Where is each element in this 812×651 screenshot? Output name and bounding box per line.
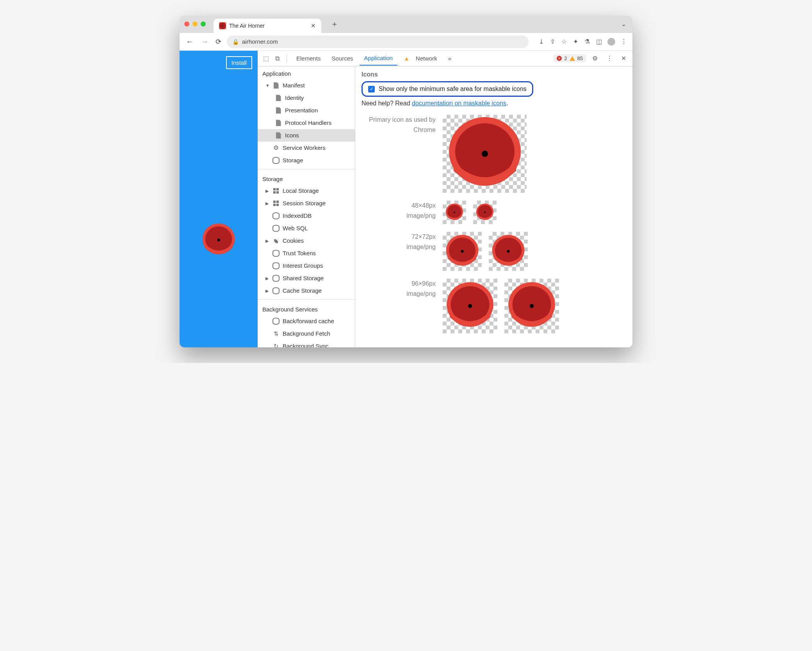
browser-window: The Air Horner ✕ ＋ ⌄ ← → ⟳ 🔒 airhorner.c… bbox=[180, 16, 632, 347]
chrome-menu-icon[interactable]: ⋮ bbox=[620, 38, 628, 45]
sidebar-item-storage[interactable]: ▶Storage bbox=[258, 154, 355, 167]
tab-network[interactable]: Network bbox=[411, 52, 442, 65]
database-icon bbox=[272, 318, 280, 325]
sidebar-item-identity[interactable]: Identity bbox=[258, 92, 355, 104]
sidebar-item-shared-storage[interactable]: ▶Shared Storage bbox=[258, 272, 355, 285]
sidebar-group-storage: Storage bbox=[258, 172, 355, 185]
checkbox-label: Show only the minimum safe area for mask… bbox=[379, 85, 527, 92]
sidebar-item-manifest[interactable]: ▼ Manifest bbox=[258, 79, 355, 92]
side-panel-icon[interactable]: ◫ bbox=[595, 38, 603, 45]
tab-sources[interactable]: Sources bbox=[327, 52, 358, 65]
error-count: 2 bbox=[564, 55, 567, 61]
storage-icon bbox=[272, 200, 280, 207]
toolbar: ← → ⟳ 🔒 airhorner.com ⤓ ⇪ ☆ ✦ ⚗ ◫ ⋮ bbox=[180, 33, 632, 51]
back-button[interactable]: ← bbox=[184, 37, 195, 46]
install-app-icon[interactable]: ⤓ bbox=[538, 38, 545, 45]
tab-title: The Air Horner bbox=[229, 23, 265, 29]
sidebar-group-background: Background Services bbox=[258, 302, 355, 315]
database-icon bbox=[272, 275, 280, 282]
icon-preview-96-1 bbox=[443, 279, 497, 333]
sidebar-item-trust-tokens[interactable]: ▶Trust Tokens bbox=[258, 247, 355, 260]
file-icon bbox=[275, 119, 282, 126]
new-tab-button[interactable]: ＋ bbox=[331, 19, 338, 29]
docs-link[interactable]: documentation on maskable icons bbox=[412, 100, 506, 107]
devtools-tabbar: ⬚ ⧉ Elements Sources Application ▲ Netwo… bbox=[258, 51, 632, 66]
airhorn-graphic[interactable] bbox=[201, 222, 236, 258]
devtools-menu-icon[interactable]: ⋮ bbox=[604, 55, 615, 62]
file-icon bbox=[275, 107, 282, 114]
sidebar-item-protocol-handlers[interactable]: Protocol Handlers bbox=[258, 117, 355, 129]
file-icon bbox=[275, 132, 282, 139]
issues-counter[interactable]: ✕ 2 85 bbox=[554, 54, 586, 62]
favicon-icon bbox=[219, 22, 226, 29]
fetch-icon bbox=[272, 330, 280, 337]
database-icon bbox=[272, 225, 280, 232]
sidebar-item-session-storage[interactable]: ▶Session Storage bbox=[258, 197, 355, 210]
warning-count: 85 bbox=[577, 55, 583, 61]
install-button[interactable]: Install bbox=[226, 56, 252, 69]
maximize-window-icon[interactable] bbox=[201, 21, 206, 27]
sidebar-item-indexeddb[interactable]: ▶IndexedDB bbox=[258, 210, 355, 222]
icon-preview-72-2 bbox=[489, 232, 528, 271]
file-icon bbox=[275, 94, 282, 101]
labs-icon[interactable]: ⚗ bbox=[584, 38, 591, 45]
sidebar-item-cookies[interactable]: ▶Cookies bbox=[258, 235, 355, 247]
devtools-close-icon[interactable]: ✕ bbox=[619, 55, 629, 62]
forward-button[interactable]: → bbox=[199, 37, 210, 46]
application-sidebar: Application ▼ Manifest Identity Presenta… bbox=[258, 66, 355, 347]
tab-application[interactable]: Application bbox=[360, 51, 397, 66]
checkbox-checked-icon[interactable]: ✓ bbox=[368, 86, 375, 92]
sidebar-item-presentation[interactable]: Presentation bbox=[258, 104, 355, 117]
close-window-icon[interactable] bbox=[184, 21, 189, 27]
sidebar-item-web-sql[interactable]: ▶Web SQL bbox=[258, 222, 355, 235]
minimize-window-icon[interactable] bbox=[192, 21, 198, 27]
lock-icon: 🔒 bbox=[232, 39, 239, 45]
panel-title: Icons bbox=[361, 71, 626, 78]
sidebar-item-local-storage[interactable]: ▶Local Storage bbox=[258, 185, 355, 197]
icon-preview-primary bbox=[443, 115, 527, 193]
window-titlebar: The Air Horner ✕ ＋ ⌄ bbox=[180, 16, 632, 33]
safe-area-checkbox-row[interactable]: ✓ Show only the minimum safe area for ma… bbox=[361, 81, 533, 97]
separator bbox=[287, 54, 287, 63]
sidebar-group-application: Application bbox=[258, 66, 355, 79]
more-tabs-button[interactable]: » bbox=[443, 52, 456, 65]
error-icon: ✕ bbox=[557, 56, 562, 61]
devtools-settings-icon[interactable]: ⚙ bbox=[590, 55, 600, 62]
inspect-icon[interactable]: ⬚ bbox=[261, 55, 271, 62]
toolbar-actions: ⤓ ⇪ ☆ ✦ ⚗ ◫ ⋮ bbox=[538, 38, 628, 46]
help-text: Need help? Read documentation on maskabl… bbox=[361, 100, 626, 107]
reload-button[interactable]: ⟳ bbox=[214, 37, 223, 46]
sidebar-item-background-sync[interactable]: ▶Background Sync bbox=[258, 340, 355, 347]
gear-icon bbox=[272, 144, 280, 151]
warning-count-icon bbox=[570, 56, 575, 61]
sidebar-item-interest-groups[interactable]: ▶Interest Groups bbox=[258, 260, 355, 272]
devtools: ⬚ ⧉ Elements Sources Application ▲ Netwo… bbox=[258, 51, 632, 347]
close-tab-icon[interactable]: ✕ bbox=[311, 22, 316, 29]
database-icon bbox=[272, 287, 280, 294]
icon-preview-48-1 bbox=[443, 201, 466, 224]
sidebar-item-icons[interactable]: Icons bbox=[258, 129, 355, 142]
icon-row-72: 72×72px image/png bbox=[361, 232, 626, 271]
traffic-lights bbox=[184, 21, 206, 27]
sidebar-item-cache-storage[interactable]: ▶Cache Storage bbox=[258, 285, 355, 297]
sidebar-item-bfcache[interactable]: ▶Back/forward cache bbox=[258, 315, 355, 327]
browser-tab[interactable]: The Air Horner ✕ bbox=[214, 19, 321, 33]
icon-row-96: 96×96px image/png bbox=[361, 279, 626, 333]
device-toggle-icon[interactable]: ⧉ bbox=[273, 55, 282, 62]
cookie-icon bbox=[272, 237, 280, 244]
icon-row-48: 48×48px image/png bbox=[361, 201, 626, 224]
tab-elements[interactable]: Elements bbox=[292, 52, 326, 65]
content-area: Install ⬚ ⧉ Elements Sources Application… bbox=[180, 51, 632, 347]
tabs-dropdown-icon[interactable]: ⌄ bbox=[621, 20, 626, 28]
sidebar-item-service-workers[interactable]: ▶Service Workers bbox=[258, 142, 355, 154]
address-bar[interactable]: 🔒 airhorner.com bbox=[227, 36, 529, 48]
file-icon bbox=[272, 82, 280, 89]
share-icon[interactable]: ⇪ bbox=[549, 38, 556, 45]
profile-avatar-icon[interactable] bbox=[607, 38, 615, 46]
database-icon bbox=[272, 212, 280, 219]
sync-icon bbox=[272, 343, 280, 347]
sidebar-item-background-fetch[interactable]: ▶Background Fetch bbox=[258, 327, 355, 340]
extensions-icon[interactable]: ✦ bbox=[572, 38, 579, 45]
bookmark-icon[interactable]: ☆ bbox=[561, 38, 568, 45]
icon-preview-48-2 bbox=[473, 201, 497, 224]
